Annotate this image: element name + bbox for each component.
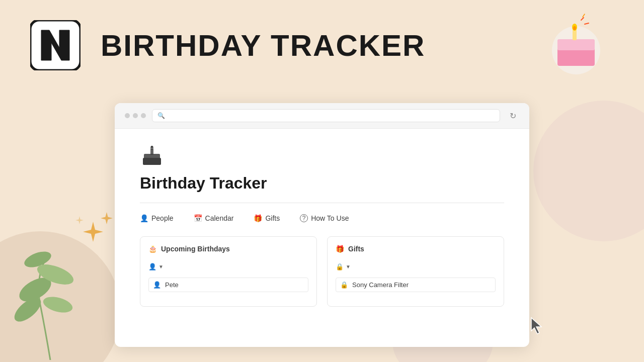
list-item-sony-camera[interactable]: 🔒 Sony Camera Filter <box>336 278 496 292</box>
tab-calendar[interactable]: 📅 Calendar <box>194 212 234 224</box>
mouse-cursor <box>529 317 543 337</box>
page-cake-icon <box>140 144 504 170</box>
browser-dot-3 <box>141 113 146 118</box>
svg-rect-15 <box>143 158 161 165</box>
people-icon: 👤 <box>140 214 148 222</box>
browser-refresh-button[interactable]: ↻ <box>506 109 519 122</box>
tab-gifts[interactable]: 🎁 Gifts <box>254 212 280 224</box>
tab-calendar-label: Calendar <box>205 214 234 222</box>
gifts-card: 🎁 Gifts 🔒 ▼ 🔒 Sony Camera Filter <box>327 236 504 307</box>
svg-point-19 <box>151 146 153 148</box>
tab-how-to-use[interactable]: ? How To Use <box>300 212 349 224</box>
svg-point-3 <box>41 294 74 316</box>
calendar-icon: 📅 <box>194 214 202 222</box>
app-title: BIRTHDAY TRACKER <box>101 28 425 63</box>
browser-window: 🔍 ↻ Birthday Tracker <box>115 103 529 347</box>
gifts-filter[interactable]: 🔒 ▼ <box>336 261 496 273</box>
svg-line-13 <box>585 23 589 24</box>
tab-how-to-use-label: How To Use <box>311 214 349 222</box>
svg-rect-8 <box>557 39 595 50</box>
cake-decoration <box>543 10 604 77</box>
browser-toolbar: 🔍 ↻ <box>115 103 529 129</box>
pete-name: Pete <box>165 281 179 289</box>
upcoming-birthdays-header: 🎂 Upcoming Birthdays <box>148 245 308 253</box>
sparkles-decoration <box>70 209 116 251</box>
browser-content: Birthday Tracker 👤 People 📅 Calendar 🎁 G… <box>115 129 529 346</box>
browser-address-bar[interactable]: 🔍 <box>152 109 500 122</box>
gifts-card-title: Gifts <box>348 245 364 253</box>
sony-camera-name: Sony Camera Filter <box>352 281 409 289</box>
upcoming-birthdays-filter[interactable]: 👤 ▼ <box>148 261 308 273</box>
filter-gifts-dropdown-icon: ▼ <box>346 264 351 269</box>
list-item-pete[interactable]: 👤 Pete <box>148 278 308 292</box>
upcoming-birthdays-title: Upcoming Birthdays <box>161 245 230 253</box>
browser-dot-2 <box>133 113 138 118</box>
page-divider <box>140 203 504 203</box>
browser-dot-1 <box>125 113 130 118</box>
gifts-card-header: 🎁 Gifts <box>336 245 496 253</box>
tab-people[interactable]: 👤 People <box>140 212 174 224</box>
tab-people-label: People <box>151 214 174 222</box>
filter-lock-icon: 🔒 <box>336 263 344 270</box>
refresh-icon: ↻ <box>510 111 516 121</box>
gifts-nav-icon: 🎁 <box>254 214 262 222</box>
svg-line-14 <box>583 14 585 17</box>
search-icon: 🔍 <box>157 112 165 119</box>
upcoming-birthdays-card: 🎂 Upcoming Birthdays 👤 ▼ 👤 Pete <box>140 236 317 307</box>
filter-person-icon: 👤 <box>148 263 156 270</box>
filter-dropdown-icon: ▼ <box>158 264 164 269</box>
help-icon: ? <box>300 214 308 222</box>
svg-rect-7 <box>557 48 595 66</box>
sony-camera-icon: 🔒 <box>340 281 348 289</box>
nav-tabs: 👤 People 📅 Calendar 🎁 Gifts ? How To Use <box>140 212 504 224</box>
bg-blob-right <box>533 101 644 241</box>
pete-icon: 👤 <box>153 281 161 289</box>
gifts-card-icon: 🎁 <box>336 245 344 253</box>
page-title: Birthday Tracker <box>140 174 504 193</box>
upcoming-birthdays-icon: 🎂 <box>148 245 157 253</box>
tab-gifts-label: Gifts <box>265 214 280 222</box>
browser-dots <box>125 113 146 118</box>
svg-line-12 <box>581 18 584 20</box>
notion-logo <box>30 20 80 70</box>
svg-rect-9 <box>573 29 577 40</box>
svg-point-11 <box>573 26 576 30</box>
content-grid: 🎂 Upcoming Birthdays 👤 ▼ 👤 Pete 🎁 Gifts <box>140 236 504 307</box>
